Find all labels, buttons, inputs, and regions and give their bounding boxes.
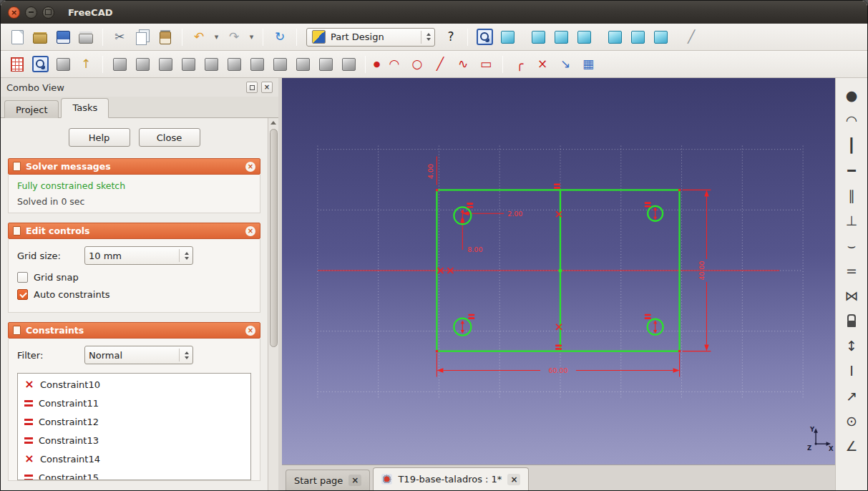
paste-icon[interactable]: [155, 27, 176, 47]
measure-distance-icon[interactable]: ╱: [681, 27, 702, 47]
whatsthis-icon[interactable]: ?: [440, 27, 462, 47]
combo-arrows-icon[interactable]: [179, 349, 189, 361]
edit-sketch-icon[interactable]: [29, 54, 51, 74]
panel-scrollbar[interactable]: [268, 118, 278, 490]
new-sketch-icon[interactable]: [6, 54, 28, 74]
combo-arrows-icon[interactable]: [421, 31, 431, 44]
constrain-radius-icon[interactable]: ⊙: [840, 410, 863, 432]
constraints-list[interactable]: ×Constraint10Constraint11Constraint12Con…: [17, 373, 251, 480]
cut-icon[interactable]: ✂: [109, 27, 130, 47]
tab-document[interactable]: T19-base-taladros : 1* ×: [373, 467, 529, 490]
undo-dropdown-icon[interactable]: ▾: [211, 27, 222, 47]
filter-select[interactable]: Normal: [84, 346, 193, 364]
constrain-vertical-distance-icon[interactable]: ↕: [840, 335, 863, 357]
constrain-angle-icon[interactable]: ∠: [840, 435, 863, 457]
edit-controls-header[interactable]: Edit controls ×: [8, 223, 260, 239]
print-icon[interactable]: [75, 27, 97, 47]
constraint-item[interactable]: Constraint15: [18, 468, 250, 480]
scroll-up-icon[interactable]: [270, 121, 276, 125]
copy-icon[interactable]: [132, 27, 153, 47]
collapse-section-button[interactable]: ×: [245, 226, 255, 236]
tab-project[interactable]: Project: [4, 100, 59, 118]
map-sketch-icon[interactable]: [52, 54, 74, 74]
window-close-button[interactable]: ×: [8, 6, 20, 19]
close-tab-icon[interactable]: ×: [348, 475, 361, 486]
right-view-icon[interactable]: [573, 27, 595, 47]
auto-constraints-row[interactable]: Auto constraints: [17, 289, 251, 300]
constrain-lock-icon[interactable]: [840, 310, 863, 332]
collapse-section-button[interactable]: ×: [245, 326, 255, 336]
tab-start-page[interactable]: Start page ×: [286, 470, 370, 490]
new-file-icon[interactable]: [6, 27, 28, 47]
dim-offset-x-label[interactable]: 2.00: [507, 210, 522, 218]
dim-width-label[interactable]: 60.00: [548, 366, 567, 374]
point-icon[interactable]: ●: [371, 54, 382, 74]
help-button[interactable]: Help: [69, 128, 130, 147]
line-icon[interactable]: ╱: [429, 54, 451, 74]
create-point-icon[interactable]: ●: [840, 84, 863, 107]
polar-pattern-icon[interactable]: [315, 54, 336, 74]
top-view-icon[interactable]: [550, 27, 572, 47]
fillet-icon[interactable]: ╭: [509, 54, 530, 74]
constrain-tangent-icon[interactable]: ⌣: [840, 235, 863, 257]
constraint-item[interactable]: Constraint13: [18, 431, 250, 449]
dim-height-label[interactable]: 40.00: [698, 261, 706, 280]
sketch-canvas[interactable]: 60.00 40.00 2.00 8.00 4.00 Y X Z: [282, 78, 835, 465]
collapse-section-button[interactable]: ×: [245, 162, 255, 172]
window-minimize-button[interactable]: [25, 6, 37, 19]
constraint-item[interactable]: ×Constraint14: [18, 449, 250, 468]
close-panel-button[interactable]: ×: [261, 82, 273, 93]
constrain-vertical-icon[interactable]: ┃: [840, 135, 863, 157]
float-panel-button[interactable]: [246, 82, 258, 93]
save-file-icon[interactable]: [52, 27, 74, 47]
constrain-symmetric-icon[interactable]: ⋈: [840, 285, 863, 307]
fillet-feature-icon[interactable]: [200, 54, 222, 74]
create-arc-icon[interactable]: ◠: [840, 110, 863, 132]
multitransform-icon[interactable]: [338, 54, 359, 74]
constrain-horizontal-icon[interactable]: ━: [840, 160, 863, 182]
grid-snap-row[interactable]: Grid snap: [17, 272, 251, 283]
chamfer-icon[interactable]: [223, 54, 245, 74]
open-file-icon[interactable]: [29, 27, 51, 47]
constrain-distance-icon[interactable]: ↗: [840, 385, 863, 407]
linear-pattern-icon[interactable]: [292, 54, 313, 74]
scrollbar-thumb[interactable]: [270, 129, 278, 347]
close-tab-icon[interactable]: ×: [507, 474, 520, 485]
rectangle-icon[interactable]: ▭: [475, 54, 497, 74]
constraints-header[interactable]: Constraints ×: [8, 322, 260, 339]
origin-point[interactable]: [558, 268, 562, 272]
tab-tasks[interactable]: Tasks: [61, 98, 109, 118]
rear-view-icon[interactable]: [604, 27, 625, 47]
constraint-item[interactable]: Constraint12: [18, 412, 250, 431]
pad-icon[interactable]: [109, 54, 130, 74]
left-view-icon[interactable]: [650, 27, 671, 47]
constrain-perpendicular-icon[interactable]: ⊥: [840, 210, 863, 232]
grid-snap-checkbox[interactable]: [17, 272, 28, 283]
polyline-icon[interactable]: ∿: [452, 54, 474, 74]
external-geometry-icon[interactable]: ↘: [555, 54, 576, 74]
close-button[interactable]: Close: [139, 128, 200, 147]
constrain-horizontal-distance-icon[interactable]: I: [840, 360, 863, 382]
dim-offset-y-label[interactable]: 8.00: [467, 245, 482, 253]
window-maximize-button[interactable]: [42, 6, 54, 19]
refresh-icon[interactable]: ↻: [269, 27, 291, 47]
bottom-view-icon[interactable]: [627, 27, 648, 47]
auto-constraints-checkbox[interactable]: [17, 289, 28, 300]
axonometric-view-icon[interactable]: [497, 27, 518, 47]
constrain-parallel-icon[interactable]: ∥: [840, 185, 863, 207]
solver-messages-header[interactable]: Solver messages ×: [8, 158, 260, 175]
arc-icon[interactable]: ◠: [384, 54, 405, 74]
front-view-icon[interactable]: [527, 27, 549, 47]
pocket-icon[interactable]: [132, 54, 153, 74]
circle-icon[interactable]: ○: [406, 54, 428, 74]
revolution-icon[interactable]: [155, 54, 176, 74]
leave-sketch-icon[interactable]: ↑: [75, 54, 97, 74]
draft-icon[interactable]: [246, 54, 268, 74]
workbench-selector[interactable]: Part Design: [306, 28, 435, 47]
redo-icon[interactable]: ↷: [223, 27, 245, 47]
grid-size-select[interactable]: 10 mm: [84, 246, 193, 265]
3d-viewport[interactable]: 60.00 40.00 2.00 8.00 4.00 Y X Z: [282, 78, 835, 465]
mirrored-icon[interactable]: [269, 54, 291, 74]
fit-all-icon[interactable]: [474, 27, 495, 47]
redo-dropdown-icon[interactable]: ▾: [246, 27, 257, 47]
